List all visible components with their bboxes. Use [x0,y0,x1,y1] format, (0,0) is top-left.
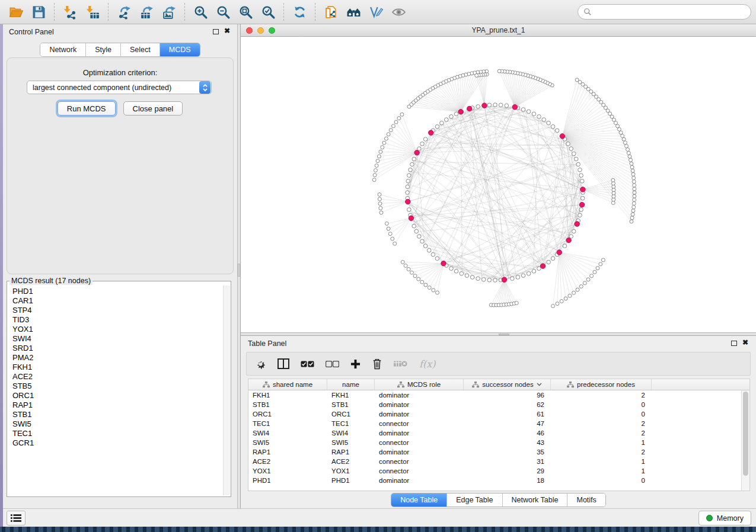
mcds-result-item[interactable]: TID3 [8,315,222,325]
table-header: shared name name MCDS role successor nod… [248,379,749,390]
export-table-button[interactable] [135,2,158,22]
table-row[interactable]: SWI4SWI4dominator462 [248,428,741,438]
table-row[interactable]: FKH1FKH1dominator962 [248,390,741,400]
tab-network-table[interactable]: Network Table [503,493,568,507]
show-graphics-details-button[interactable] [387,2,410,22]
zoom-out-button[interactable] [212,2,234,22]
mcds-result-item[interactable]: SWI4 [8,334,222,344]
clone-network-button[interactable] [320,2,342,22]
tab-edge-table[interactable]: Edge Table [447,493,502,507]
table-cell: PHD1 [248,476,327,485]
table-row[interactable]: TEC1TEC1connector472 [248,419,741,428]
network-window-titlebar[interactable]: YPA_prune.txt_1 [241,24,756,37]
import-table-icon [85,5,100,20]
memory-button[interactable]: Memory [698,511,751,525]
result-list-scrollbar[interactable] [223,286,230,495]
tab-style[interactable]: Style [86,43,121,56]
tab-network[interactable]: Network [40,43,86,56]
close-panel-icon[interactable]: ✖ [224,27,230,35]
function-builder-button[interactable]: f(x) [419,358,435,370]
tab-mcds[interactable]: MCDS [160,43,200,56]
table-cell: FKH1 [248,390,327,400]
save-session-button[interactable] [27,2,50,22]
split-view-button[interactable] [277,358,289,369]
control-panel: Control Panel ✖ Network Style Select MCD… [3,24,237,508]
optimization-criterion-select[interactable]: largest connected component (undirected) [27,81,212,94]
zoom-in-button[interactable] [189,2,212,22]
tab-select[interactable]: Select [121,43,160,56]
mcds-result-item[interactable]: ACE2 [8,372,222,382]
close-panel-icon[interactable]: ✖ [742,338,748,347]
mcds-result-item[interactable]: YOX1 [8,325,222,334]
import-network-button[interactable] [59,2,81,22]
float-panel-icon[interactable] [213,29,219,34]
table-tabs: Node Table Edge Table Network Table Moti… [241,493,756,507]
column-header-mcds-role[interactable]: MCDS role [375,379,464,390]
deselect-all-columns-button[interactable] [326,361,339,367]
optimization-criterion-label: Optimization criterion: [7,68,233,77]
mcds-result-item[interactable]: TEC1 [8,429,222,438]
close-panel-button[interactable]: Close panel [123,101,183,116]
column-header-successor-nodes[interactable]: successor nodes [464,379,551,390]
column-header-name[interactable]: name [327,379,375,390]
refresh-layout-button[interactable] [288,2,311,22]
export-image-button[interactable] [158,2,180,22]
mcds-result-item[interactable]: PMA2 [8,353,222,363]
zoom-selected-button[interactable] [257,2,279,22]
search-input[interactable] [592,6,745,18]
run-mcds-button[interactable]: Run MCDS [58,101,116,116]
mcds-result-item[interactable]: STP4 [8,306,222,315]
table-row[interactable]: PHD1PHD1dominator180 [248,476,741,485]
add-column-button[interactable] [350,359,361,369]
import-table-button[interactable] [81,2,104,22]
zoom-fit-button[interactable] [234,2,257,22]
table-row[interactable]: SWI5SWI5connector431 [248,438,741,447]
tab-node-table[interactable]: Node Table [391,493,447,507]
network-canvas[interactable] [241,37,756,332]
split-columns-icon [277,358,289,369]
delete-table-button[interactable] [394,360,408,368]
table-scrollbar[interactable] [741,390,749,491]
float-panel-icon[interactable] [731,341,737,346]
mcds-result-item[interactable]: FKH1 [8,363,222,372]
mcds-result-item[interactable]: CAR1 [8,296,222,306]
mcds-result-item[interactable]: GCR1 [8,438,222,448]
memory-status-icon [706,515,713,521]
mcds-result-item[interactable]: SRD1 [8,344,222,353]
select-all-columns-button[interactable] [301,361,314,367]
mcds-result-item[interactable]: ORC1 [8,391,222,400]
table-row[interactable]: RAP1RAP1dominator352 [248,447,741,457]
column-header-filler [652,379,749,390]
table-row[interactable]: ACE2ACE2connector311 [248,457,741,466]
table-row[interactable]: STB1STB1dominator620 [248,400,741,409]
find-neighbors-button[interactable] [342,2,365,22]
delete-column-button[interactable] [372,358,382,370]
column-header-predecessor-nodes[interactable]: predecessor nodes [551,379,652,390]
table-cell: 1 [551,438,652,447]
table-cell: YOX1 [248,466,327,476]
table-cell: PHD1 [327,476,375,485]
splitter-grip[interactable] [238,264,240,277]
table-row[interactable]: ORC1ORC1dominator610 [248,409,741,419]
column-settings-button[interactable] [255,358,266,370]
column-header-shared-name[interactable]: shared name [248,379,327,390]
splitter-grip[interactable] [499,334,509,335]
tab-motifs[interactable]: Motifs [567,493,605,507]
save-icon [31,5,46,20]
table-row[interactable]: YOX1YOX1connector291 [248,466,741,476]
mcds-result-item[interactable]: PHD1 [8,287,222,296]
open-session-button[interactable] [5,2,27,22]
table-cell: 46 [464,428,551,438]
vizmapper-button[interactable] [365,2,387,22]
mcds-result-item[interactable]: STB1 [8,410,222,419]
scrollbar-thumb[interactable] [743,392,748,476]
desktop-wallpaper [0,527,756,532]
table-cell: 0 [551,400,652,409]
node-table: shared name name MCDS role successor nod… [248,379,750,491]
task-history-button[interactable] [7,511,25,525]
export-network-button[interactable] [113,2,135,22]
mcds-result-item[interactable]: RAP1 [8,400,222,410]
mcds-result-item[interactable]: SWI5 [8,419,222,429]
mcds-result-item[interactable]: STB5 [8,382,222,391]
table-cell: TEC1 [327,419,375,428]
